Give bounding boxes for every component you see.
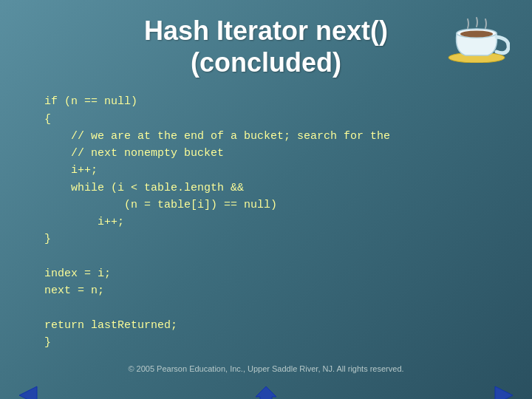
svg-marker-3 (19, 386, 37, 399)
svg-point-2 (460, 31, 493, 38)
title-line2: (concluded) (191, 47, 341, 78)
prev-button[interactable] (15, 382, 41, 399)
nav-area (0, 379, 532, 399)
next-button[interactable] (491, 382, 517, 399)
content-area: if (n == null) { // we are at the end of… (0, 86, 532, 358)
slide-title: Hash Iterator next() (concluded) (59, 15, 473, 78)
title-area: Hash Iterator next() (concluded) (0, 0, 532, 86)
next-icon (492, 383, 516, 399)
home-icon (254, 383, 278, 399)
svg-marker-5 (495, 386, 513, 399)
slide: Hash Iterator next() (concluded) if (n =… (0, 0, 532, 399)
footer: © 2005 Pearson Education, Inc., Upper Sa… (0, 358, 532, 379)
copyright-text: © 2005 Pearson Education, Inc., Upper Sa… (128, 364, 403, 373)
prev-icon (16, 383, 40, 399)
home-button[interactable] (253, 382, 279, 399)
code-block: if (n == null) { // we are at the end of… (44, 93, 495, 351)
title-line1: Hash Iterator next() (144, 16, 388, 46)
coffee-cup-icon (443, 7, 510, 63)
svg-marker-4 (256, 386, 276, 399)
